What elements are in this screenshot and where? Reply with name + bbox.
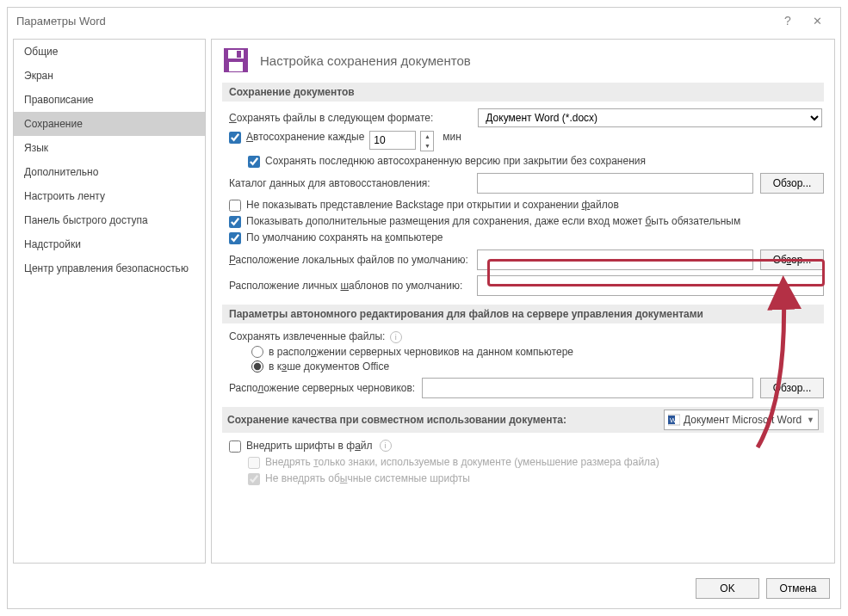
autosave-checkbox[interactable]: [229, 132, 241, 144]
sidebar-item-trust-center[interactable]: Центр управления безопасностью: [14, 256, 205, 280]
radio-server-drafts[interactable]: [251, 346, 263, 358]
autosave-minutes-input[interactable]: [369, 131, 416, 150]
embed-fonts-label: Внедрить шрифты в файл: [246, 440, 373, 452]
drafts-loc-input[interactable]: [422, 378, 753, 398]
local-loc-input[interactable]: [477, 249, 753, 270]
templates-loc-input[interactable]: [477, 275, 824, 296]
svg-rect-2: [237, 51, 241, 58]
close-button[interactable]: ✕: [802, 15, 832, 28]
dialog-title: Параметры Word: [16, 15, 106, 28]
autosave-spinner[interactable]: ▲▼: [420, 131, 434, 151]
chevron-down-icon: ▼: [807, 416, 814, 424]
svg-rect-3: [229, 62, 243, 71]
drafts-browse-button[interactable]: Обзор...: [760, 378, 824, 398]
sidebar-item-language[interactable]: Язык: [14, 136, 205, 160]
sidebar-item-advanced[interactable]: Дополнительно: [14, 160, 205, 184]
local-loc-label: Расположение локальных файлов по умолчан…: [229, 254, 470, 266]
autorecover-path-input[interactable]: [477, 173, 753, 194]
section-offline-editing: Параметры автономного редактирования для…: [222, 305, 824, 323]
drafts-loc-label: Расположение серверных черновиков:: [229, 382, 415, 394]
autosave-label: Автосохранение каждые: [246, 131, 364, 143]
page-heading: Настройка сохранения документов: [260, 53, 471, 68]
sidebar-item-quick-access[interactable]: Панель быстрого доступа: [14, 208, 205, 232]
autorecover-path-label: Каталог данных для автовосстановления:: [229, 177, 470, 189]
cancel-button[interactable]: Отмена: [766, 578, 830, 599]
word-doc-icon: W: [668, 414, 680, 426]
templates-loc-label: Расположение личных шаблонов по умолчани…: [229, 280, 470, 292]
keep-last-autosave-label: Сохранять последнюю автосохраненную верс…: [265, 155, 646, 167]
radio-office-cache-label: в кэше документов Office: [269, 360, 389, 373]
section-preserve-fidelity: Сохранение качества при совместном испол…: [222, 407, 824, 433]
word-options-dialog: Параметры Word ? ✕ Общие Экран Правописа…: [0, 0, 848, 616]
sidebar-item-customize-ribbon[interactable]: Настроить ленту: [14, 184, 205, 208]
sidebar: Общие Экран Правописание Сохранение Язык…: [13, 39, 206, 564]
default-pc-label: По умолчанию сохранять на компьютере: [246, 231, 443, 243]
info-icon-2[interactable]: i: [380, 440, 392, 452]
local-loc-browse-button[interactable]: Обзор...: [760, 249, 824, 270]
show-extra-loc-label: Показывать дополнительные размещения для…: [246, 215, 740, 227]
format-label: Сохранять файлы в следующем формате:: [229, 112, 433, 124]
dialog-footer: OK Отмена: [8, 569, 840, 608]
embed-only-used-label: Внедрять только знаки, используемые в до…: [265, 456, 659, 468]
help-button[interactable]: ?: [773, 14, 802, 28]
save-icon: [222, 46, 250, 74]
sidebar-item-save[interactable]: Сохранение: [14, 112, 205, 136]
show-extra-loc-checkbox[interactable]: [229, 216, 241, 228]
section-save-documents: Сохранение документов: [222, 83, 824, 102]
sidebar-item-display[interactable]: Экран: [14, 64, 205, 88]
no-system-fonts-checkbox: [248, 473, 260, 485]
no-system-fonts-label: Не внедрять обычные системные шрифты: [265, 472, 470, 484]
embed-fonts-checkbox[interactable]: [229, 440, 241, 453]
sidebar-item-proofing[interactable]: Правописание: [14, 88, 205, 112]
autosave-unit: мин: [443, 131, 461, 143]
svg-rect-1: [228, 50, 244, 59]
titlebar: Параметры Word ? ✕: [8, 8, 840, 34]
no-backstage-checkbox[interactable]: [229, 200, 241, 212]
radio-office-cache[interactable]: [251, 360, 263, 373]
keep-last-autosave-checkbox[interactable]: [248, 156, 260, 168]
svg-text:W: W: [670, 416, 677, 424]
sidebar-item-general[interactable]: Общие: [14, 40, 205, 64]
document-selector[interactable]: W Документ Microsoft Word ▼: [664, 410, 819, 430]
autorecover-browse-button[interactable]: Обзор...: [760, 173, 824, 194]
format-select[interactable]: Документ Word (*.docx): [478, 108, 822, 127]
ok-button[interactable]: OK: [696, 578, 759, 599]
content-pane: Настройка сохранения документов Сохранен…: [211, 39, 835, 564]
save-extracted-label: Сохранять извлеченные файлы:: [229, 330, 385, 342]
radio-server-drafts-label: в расположении серверных черновиков на д…: [269, 346, 573, 358]
default-pc-checkbox[interactable]: [229, 232, 241, 244]
no-backstage-label: Не показывать представление Backstage пр…: [246, 199, 619, 211]
embed-only-used-checkbox: [248, 457, 260, 469]
sidebar-item-addins[interactable]: Надстройки: [14, 232, 205, 256]
info-icon[interactable]: i: [390, 331, 402, 343]
